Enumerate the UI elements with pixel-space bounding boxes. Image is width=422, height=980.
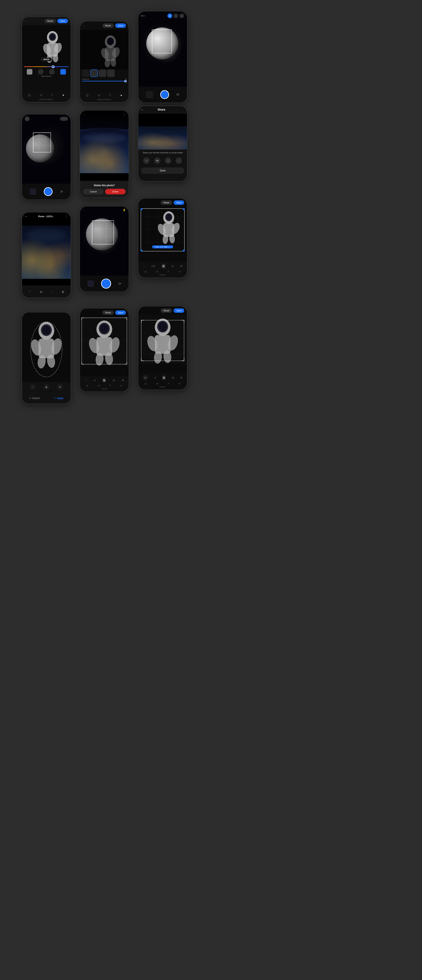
grid-4-12[interactable]: ⊟	[172, 376, 174, 379]
sparkle-bottom[interactable]: ✦	[179, 270, 181, 273]
more-share-icon[interactable]: ↑	[176, 158, 182, 164]
select-tool[interactable]: ◉	[43, 384, 49, 390]
facebook-icon[interactable]: f	[143, 158, 150, 164]
grid-4-11[interactable]: ⊟	[113, 379, 115, 382]
save-button[interactable]: Save	[57, 19, 68, 23]
crop-icon[interactable]: ⊡	[28, 94, 30, 97]
filter-3[interactable]	[99, 69, 106, 77]
color-slider[interactable]	[24, 67, 69, 67]
moon-image-3	[146, 27, 178, 59]
bottom-label-2: BRIGHTNESS	[81, 98, 127, 100]
camera-option-2[interactable]: ◇	[179, 13, 184, 18]
more-options[interactable]: ⋮	[65, 215, 68, 218]
flip-icon[interactable]: ⟳	[176, 92, 179, 97]
wb-auto[interactable]	[27, 69, 32, 75]
phone-4: ← · · ⟳	[22, 114, 71, 200]
crop-sq-11[interactable]: ⊞	[103, 378, 106, 382]
astronaut-lasso	[22, 312, 71, 387]
crop-frame-11[interactable]	[81, 318, 127, 364]
settings-11[interactable]: ⚙	[122, 379, 124, 382]
photo-title: Photo - 12374...	[38, 215, 54, 218]
capture-button-4[interactable]	[44, 187, 52, 196]
rotate-b-11[interactable]: ↺	[98, 384, 100, 387]
text-bottom[interactable]: T	[168, 270, 169, 273]
more-icon[interactable]: ⋮	[123, 112, 126, 116]
flip-icon-8[interactable]: ⟳	[119, 282, 121, 286]
reset-button-12[interactable]: Reset	[161, 309, 172, 313]
instagram-icon[interactable]: 📷	[154, 158, 160, 164]
settings-icon[interactable]: ⚙	[180, 265, 182, 267]
cancel-button[interactable]: Cancel	[83, 189, 103, 194]
camera-back[interactable]: ←	[25, 116, 30, 121]
flip-h-11[interactable]: ↔	[84, 379, 87, 382]
mode-toggle[interactable]: · ·	[60, 117, 68, 121]
moon-image-8	[86, 218, 118, 250]
text-icon[interactable]: T	[51, 94, 53, 97]
save-button-12[interactable]: Save	[174, 309, 184, 313]
filter-4[interactable]	[107, 69, 115, 77]
text-icon-2[interactable]: T	[109, 94, 111, 97]
crop-bottom-icon[interactable]: ⊡	[145, 270, 147, 273]
done-button[interactable]: Done	[141, 167, 184, 174]
share-icon-bottom[interactable]: ↑	[51, 290, 53, 293]
apply-button-10[interactable]: ✓ Apply	[54, 397, 63, 399]
crop-b-11[interactable]: ⊡	[86, 384, 88, 387]
filter-2[interactable]	[90, 69, 98, 77]
sparkle-b-12[interactable]: ✦	[179, 382, 181, 385]
gallery-thumb-4[interactable]	[30, 189, 36, 195]
twitter-icon[interactable]: ◯	[165, 158, 171, 164]
reset-button[interactable]: Reset	[44, 19, 56, 23]
camera-mode-btn[interactable]: ⊞	[167, 13, 172, 18]
grid-icon[interactable]: ⊞	[40, 290, 42, 293]
crop-square-icon[interactable]: ⊞	[162, 264, 165, 269]
flip-h-icon[interactable]: ↔	[143, 265, 145, 267]
reset-button-11[interactable]: Reset	[102, 310, 114, 315]
reset-button-9[interactable]: Reset	[161, 200, 172, 205]
crop-b-12[interactable]: ⊡	[145, 382, 147, 385]
capture-button-8[interactable]	[101, 278, 111, 289]
wb-selected[interactable]	[60, 69, 66, 75]
flip-icon-4[interactable]: ⟳	[60, 190, 63, 194]
flash-icon[interactable]: ⚡	[122, 208, 126, 212]
settings-12[interactable]: ⚙	[180, 376, 182, 379]
brightness-slider[interactable]	[82, 81, 127, 81]
delete-button[interactable]: Delete	[105, 189, 125, 194]
save-button-9[interactable]: Save	[174, 200, 184, 205]
flip-v-11[interactable]: A	[94, 379, 96, 382]
save-button-11[interactable]: Save	[115, 310, 126, 315]
save-button-2[interactable]: Save	[115, 24, 126, 28]
flip-h-12[interactable]: ⊙	[143, 375, 148, 380]
wb-cloud[interactable]	[49, 69, 55, 75]
flip-v-icon[interactable]: ⟨A⟩	[151, 265, 155, 267]
crop-frame-12[interactable]	[141, 320, 184, 361]
gallery-8[interactable]	[88, 281, 94, 286]
flip-v-12[interactable]: A	[154, 376, 156, 379]
filter-1[interactable]	[82, 69, 89, 77]
heart-icon[interactable]: ♡	[29, 290, 31, 294]
ratio-indicator: Free • 4:3 • 16:9 • ...	[152, 245, 173, 248]
camera-option-1[interactable]: □	[173, 13, 178, 18]
crop-icon-2[interactable]: ⊡	[86, 94, 89, 97]
rotate-b-12[interactable]: ↺	[156, 382, 158, 385]
crop-frame-9[interactable]	[141, 208, 185, 251]
brightness-icon-2[interactable]: ✦	[120, 94, 122, 97]
grid-4-icon[interactable]: ⊟	[171, 265, 174, 267]
rotate-icon[interactable]: ↺	[40, 94, 42, 97]
capture-button[interactable]	[160, 90, 169, 99]
wb-sun[interactable]	[38, 69, 44, 75]
bottom-label-12: CROP	[140, 385, 186, 388]
text-b-12[interactable]: T	[168, 382, 169, 385]
sparkle-b-11[interactable]: ✦	[120, 384, 122, 387]
delete-icon[interactable]: 🗑	[62, 290, 64, 293]
cancel-button-10[interactable]: ✕ Cancel	[29, 397, 40, 399]
gallery-thumb[interactable]	[146, 91, 153, 98]
crop-sq-12[interactable]: ⊞	[162, 375, 166, 380]
reset-button-2[interactable]: Reset	[102, 24, 114, 28]
magic-select[interactable]: ⊕	[57, 384, 63, 390]
rotate-icon-2[interactable]: ↺	[98, 94, 100, 97]
phone-1: ← Reset Save MOON	[22, 16, 71, 102]
brightness-icon[interactable]: ✦	[62, 94, 65, 97]
text-b-11[interactable]: T	[109, 384, 111, 387]
rotate-bottom[interactable]: ↺	[156, 270, 158, 273]
lasso-tool[interactable]: ○	[30, 384, 36, 390]
